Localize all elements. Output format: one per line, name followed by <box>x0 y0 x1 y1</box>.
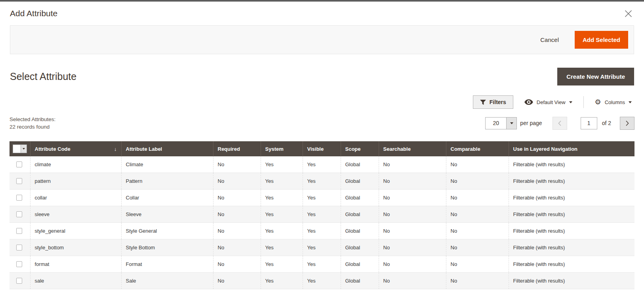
cell-visible: Yes <box>303 156 341 173</box>
chevron-down-icon <box>629 101 632 103</box>
cell-visible: Yes <box>303 239 341 256</box>
records-found-label: 22 records found <box>10 123 55 131</box>
cell-searchable: No <box>379 206 446 223</box>
cell-searchable: No <box>379 173 446 190</box>
current-page-input[interactable] <box>581 117 597 129</box>
row-checkbox-cell <box>10 173 30 190</box>
page-size-value: 20 <box>486 118 506 129</box>
row-checkbox-cell <box>10 190 30 206</box>
column-header-scope[interactable]: Scope <box>341 141 379 156</box>
row-checkbox-cell <box>10 239 30 256</box>
filter-funnel-icon <box>480 100 486 105</box>
row-checkbox-cell <box>10 156 30 173</box>
cell-comparable: No <box>446 156 509 173</box>
cell-layered: Filterable (with results) <box>509 173 634 190</box>
row-checkbox-cell <box>10 223 30 239</box>
close-button[interactable] <box>623 8 634 19</box>
column-header-label: Visible <box>307 146 324 152</box>
records-status: Selected Attributes: 22 records found <box>10 116 55 131</box>
cell-required: No <box>213 223 261 239</box>
cell-searchable: No <box>379 273 446 289</box>
table-row: climateClimateNoYesYesGlobalNoNoFilterab… <box>10 156 634 173</box>
grid-toolbar: Filters Default View ⚙ Columns <box>10 95 634 109</box>
column-header-code[interactable]: Attribute Code↓ <box>30 141 121 156</box>
grid-meta-row: Selected Attributes: 22 records found 20… <box>10 116 634 131</box>
cell-comparable: No <box>446 239 509 256</box>
row-checkbox-cell <box>10 273 30 289</box>
columns-control[interactable]: ⚙ Columns <box>593 98 634 106</box>
row-checkbox[interactable] <box>16 211 22 217</box>
table-row: formatFormatNoYesYesGlobalNoNoFilterable… <box>10 256 634 273</box>
cell-code: sleeve <box>30 206 121 223</box>
column-header-label: Use in Layered Navigation <box>513 146 578 152</box>
column-header-layered[interactable]: Use in Layered Navigation <box>509 141 634 156</box>
grid-header-row: Attribute Code↓Attribute LabelRequiredSy… <box>10 141 634 156</box>
select-all-checkbox[interactable] <box>13 145 21 153</box>
cell-comparable: No <box>446 223 509 239</box>
row-checkbox[interactable] <box>16 278 22 284</box>
cell-layered: Filterable (with results) <box>509 156 634 173</box>
cell-code: pattern <box>30 173 121 190</box>
page-size-select[interactable]: 20 <box>485 117 517 129</box>
table-row: patternPatternNoYesYesGlobalNoNoFilterab… <box>10 173 634 190</box>
cell-label: Sleeve <box>121 206 213 223</box>
cell-code: format <box>30 256 121 273</box>
cell-code: sale <box>30 273 121 289</box>
cell-system: Yes <box>261 256 303 273</box>
cell-system: Yes <box>261 173 303 190</box>
cell-required: No <box>213 173 261 190</box>
selected-attributes-label: Selected Attributes: <box>10 116 55 123</box>
cell-required: No <box>213 206 261 223</box>
close-icon <box>624 13 633 19</box>
column-header-searchable[interactable]: Searchable <box>379 141 446 156</box>
cell-searchable: No <box>379 256 446 273</box>
cell-comparable: No <box>446 190 509 206</box>
row-checkbox[interactable] <box>16 178 22 184</box>
modal-action-bar: Cancel Add Selected <box>10 25 634 54</box>
cell-layered: Filterable (with results) <box>509 273 634 289</box>
row-checkbox[interactable] <box>16 228 22 234</box>
prev-page-button[interactable] <box>553 117 567 130</box>
row-checkbox[interactable] <box>16 161 22 167</box>
cell-label: Style Bottom <box>121 239 213 256</box>
view-switcher[interactable]: Default View <box>522 99 575 106</box>
caret-down-icon <box>21 145 27 153</box>
row-checkbox[interactable] <box>16 245 22 251</box>
create-new-attribute-button[interactable]: Create New Attribute <box>557 68 634 85</box>
filters-label: Filters <box>490 99 506 105</box>
chevron-left-icon <box>558 120 562 126</box>
column-header-visible[interactable]: Visible <box>303 141 341 156</box>
cell-system: Yes <box>261 190 303 206</box>
table-row: sleeveSleeveNoYesYesGlobalNoNoFilterable… <box>10 206 634 223</box>
total-pages-label: of 2 <box>602 120 611 126</box>
cell-required: No <box>213 256 261 273</box>
column-header-label: Attribute Label <box>126 146 162 152</box>
page-title: Select Attribute <box>10 71 76 82</box>
chevron-right-icon <box>625 120 629 126</box>
filters-button[interactable]: Filters <box>473 95 513 109</box>
column-header-label: Searchable <box>383 146 411 152</box>
cancel-button[interactable]: Cancel <box>538 36 561 44</box>
select-all-dropdown[interactable] <box>13 144 27 153</box>
table-row: style_bottomStyle BottomNoYesYesGlobalNo… <box>10 239 634 256</box>
row-checkbox[interactable] <box>16 195 22 201</box>
eye-icon <box>524 99 533 105</box>
column-header-system[interactable]: System <box>261 141 303 156</box>
cell-comparable: No <box>446 206 509 223</box>
row-checkbox[interactable] <box>16 261 22 267</box>
cell-layered: Filterable (with results) <box>509 190 634 206</box>
gear-icon: ⚙ <box>595 99 601 106</box>
column-header-required[interactable]: Required <box>213 141 261 156</box>
cell-label: Format <box>121 256 213 273</box>
cell-comparable: No <box>446 273 509 289</box>
next-page-button[interactable] <box>620 117 634 130</box>
column-header-comparable[interactable]: Comparable <box>446 141 509 156</box>
cell-visible: Yes <box>303 206 341 223</box>
cell-visible: Yes <box>303 223 341 239</box>
cell-visible: Yes <box>303 256 341 273</box>
modal-header: Add Attribute <box>0 2 644 25</box>
add-selected-button[interactable]: Add Selected <box>575 31 628 49</box>
column-header-label[interactable]: Attribute Label <box>121 141 213 156</box>
modal-title: Add Attribute <box>10 9 57 18</box>
cell-scope: Global <box>341 273 379 289</box>
